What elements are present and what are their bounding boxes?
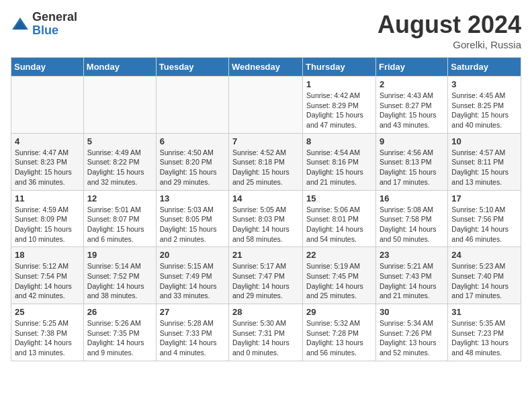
day-info: Sunrise: 5:01 AM Sunset: 8:07 PM Dayligh… — [87, 205, 152, 244]
day-number: 7 — [232, 136, 299, 146]
calendar-cell: 8Sunrise: 4:54 AM Sunset: 8:16 PM Daylig… — [303, 133, 376, 190]
day-number: 20 — [160, 250, 225, 260]
day-info: Sunrise: 4:52 AM Sunset: 8:18 PM Dayligh… — [232, 148, 299, 187]
day-number: 5 — [87, 136, 152, 146]
week-row-1: 1Sunrise: 4:42 AM Sunset: 8:29 PM Daylig… — [11, 77, 521, 134]
calendar-table: SundayMondayTuesdayWednesdayThursdayFrid… — [11, 57, 521, 361]
logo-blue-text: Blue — [32, 24, 77, 38]
weekday-header-friday: Friday — [375, 58, 447, 77]
day-number: 16 — [380, 193, 444, 203]
calendar-cell: 24Sunrise: 5:23 AM Sunset: 7:40 PM Dayli… — [448, 247, 521, 304]
weekday-header-saturday: Saturday — [448, 58, 521, 77]
calendar-cell: 9Sunrise: 4:56 AM Sunset: 8:13 PM Daylig… — [375, 133, 447, 190]
calendar-cell: 25Sunrise: 5:25 AM Sunset: 7:38 PM Dayli… — [11, 304, 84, 361]
location: Gorelki, Russia — [378, 39, 521, 50]
day-info: Sunrise: 4:54 AM Sunset: 8:16 PM Dayligh… — [306, 148, 372, 187]
day-info: Sunrise: 5:10 AM Sunset: 7:56 PM Dayligh… — [451, 205, 517, 244]
day-info: Sunrise: 4:57 AM Sunset: 8:11 PM Dayligh… — [451, 148, 517, 187]
calendar-cell: 19Sunrise: 5:14 AM Sunset: 7:52 PM Dayli… — [83, 247, 156, 304]
day-number: 15 — [306, 193, 372, 203]
logo-icon — [11, 15, 30, 34]
day-number: 30 — [380, 307, 444, 317]
calendar-cell — [11, 77, 84, 134]
calendar-cell — [83, 77, 156, 134]
week-row-3: 11Sunrise: 4:59 AM Sunset: 8:09 PM Dayli… — [11, 190, 521, 247]
day-number: 19 — [87, 250, 152, 260]
page-header: General Blue August 2024 Gorelki, Russia — [11, 11, 521, 50]
day-info: Sunrise: 4:56 AM Sunset: 8:13 PM Dayligh… — [380, 148, 444, 187]
day-info: Sunrise: 5:34 AM Sunset: 7:26 PM Dayligh… — [380, 318, 444, 358]
day-number: 24 — [451, 250, 517, 260]
day-number: 13 — [160, 193, 225, 203]
title-block: August 2024 Gorelki, Russia — [378, 11, 521, 50]
calendar-cell: 27Sunrise: 5:28 AM Sunset: 7:33 PM Dayli… — [156, 304, 228, 361]
day-number: 11 — [15, 193, 80, 203]
day-number: 18 — [15, 250, 80, 260]
day-number: 9 — [380, 136, 444, 146]
day-info: Sunrise: 4:47 AM Sunset: 8:23 PM Dayligh… — [15, 148, 80, 187]
calendar-cell: 26Sunrise: 5:26 AM Sunset: 7:35 PM Dayli… — [83, 304, 156, 361]
day-info: Sunrise: 5:35 AM Sunset: 7:23 PM Dayligh… — [451, 318, 517, 358]
calendar-cell: 18Sunrise: 5:12 AM Sunset: 7:54 PM Dayli… — [11, 247, 84, 304]
day-number: 10 — [451, 136, 517, 146]
calendar-cell: 29Sunrise: 5:32 AM Sunset: 7:28 PM Dayli… — [303, 304, 376, 361]
day-info: Sunrise: 5:26 AM Sunset: 7:35 PM Dayligh… — [87, 318, 152, 358]
day-number: 31 — [451, 307, 517, 317]
calendar-cell: 31Sunrise: 5:35 AM Sunset: 7:23 PM Dayli… — [448, 304, 521, 361]
day-info: Sunrise: 5:28 AM Sunset: 7:33 PM Dayligh… — [160, 318, 225, 358]
day-info: Sunrise: 5:05 AM Sunset: 8:03 PM Dayligh… — [232, 205, 299, 244]
day-number: 3 — [451, 79, 517, 89]
day-number: 21 — [232, 250, 299, 260]
calendar-cell — [156, 77, 228, 134]
calendar-cell: 3Sunrise: 4:45 AM Sunset: 8:25 PM Daylig… — [448, 77, 521, 134]
weekday-header-monday: Monday — [83, 58, 156, 77]
calendar-cell: 16Sunrise: 5:08 AM Sunset: 7:58 PM Dayli… — [375, 190, 447, 247]
week-row-5: 25Sunrise: 5:25 AM Sunset: 7:38 PM Dayli… — [11, 304, 521, 361]
day-info: Sunrise: 5:12 AM Sunset: 7:54 PM Dayligh… — [15, 261, 80, 301]
week-row-2: 4Sunrise: 4:47 AM Sunset: 8:23 PM Daylig… — [11, 133, 521, 190]
calendar-cell: 28Sunrise: 5:30 AM Sunset: 7:31 PM Dayli… — [229, 304, 303, 361]
day-number: 29 — [306, 307, 372, 317]
day-info: Sunrise: 5:25 AM Sunset: 7:38 PM Dayligh… — [15, 318, 80, 358]
day-number: 28 — [232, 307, 299, 317]
weekday-header-sunday: Sunday — [11, 58, 84, 77]
logo-general-text: General — [32, 11, 77, 24]
calendar-cell: 23Sunrise: 5:21 AM Sunset: 7:43 PM Dayli… — [375, 247, 447, 304]
day-number: 22 — [306, 250, 372, 260]
calendar-cell: 2Sunrise: 4:43 AM Sunset: 8:27 PM Daylig… — [375, 77, 447, 134]
calendar-cell: 17Sunrise: 5:10 AM Sunset: 7:56 PM Dayli… — [448, 190, 521, 247]
day-info: Sunrise: 5:06 AM Sunset: 8:01 PM Dayligh… — [306, 205, 372, 244]
day-number: 23 — [380, 250, 444, 260]
day-info: Sunrise: 5:30 AM Sunset: 7:31 PM Dayligh… — [232, 318, 299, 358]
day-info: Sunrise: 4:45 AM Sunset: 8:25 PM Dayligh… — [451, 91, 517, 130]
calendar-cell: 11Sunrise: 4:59 AM Sunset: 8:09 PM Dayli… — [11, 190, 84, 247]
calendar-cell: 13Sunrise: 5:03 AM Sunset: 8:05 PM Dayli… — [156, 190, 228, 247]
calendar-cell: 5Sunrise: 4:49 AM Sunset: 8:22 PM Daylig… — [83, 133, 156, 190]
calendar-cell: 1Sunrise: 4:42 AM Sunset: 8:29 PM Daylig… — [303, 77, 376, 134]
day-info: Sunrise: 5:15 AM Sunset: 7:49 PM Dayligh… — [160, 261, 225, 301]
day-number: 14 — [232, 193, 299, 203]
calendar-cell: 15Sunrise: 5:06 AM Sunset: 8:01 PM Dayli… — [303, 190, 376, 247]
day-number: 25 — [15, 307, 80, 317]
week-row-4: 18Sunrise: 5:12 AM Sunset: 7:54 PM Dayli… — [11, 247, 521, 304]
day-number: 12 — [87, 193, 152, 203]
day-number: 2 — [380, 79, 444, 89]
logo: General Blue — [11, 11, 77, 38]
day-number: 6 — [160, 136, 225, 146]
weekday-header-thursday: Thursday — [303, 58, 376, 77]
calendar-cell: 30Sunrise: 5:34 AM Sunset: 7:26 PM Dayli… — [375, 304, 447, 361]
calendar-cell: 21Sunrise: 5:17 AM Sunset: 7:47 PM Dayli… — [229, 247, 303, 304]
day-info: Sunrise: 5:14 AM Sunset: 7:52 PM Dayligh… — [87, 261, 152, 301]
calendar-cell: 10Sunrise: 4:57 AM Sunset: 8:11 PM Dayli… — [448, 133, 521, 190]
weekday-header-row: SundayMondayTuesdayWednesdayThursdayFrid… — [11, 58, 521, 77]
weekday-header-tuesday: Tuesday — [156, 58, 228, 77]
day-info: Sunrise: 4:59 AM Sunset: 8:09 PM Dayligh… — [15, 205, 80, 244]
calendar-cell — [229, 77, 303, 134]
day-info: Sunrise: 5:08 AM Sunset: 7:58 PM Dayligh… — [380, 205, 444, 244]
day-info: Sunrise: 5:23 AM Sunset: 7:40 PM Dayligh… — [451, 261, 517, 301]
day-number: 17 — [451, 193, 517, 203]
weekday-header-wednesday: Wednesday — [229, 58, 303, 77]
day-info: Sunrise: 5:03 AM Sunset: 8:05 PM Dayligh… — [160, 205, 225, 244]
calendar-cell: 6Sunrise: 4:50 AM Sunset: 8:20 PM Daylig… — [156, 133, 228, 190]
calendar-cell: 4Sunrise: 4:47 AM Sunset: 8:23 PM Daylig… — [11, 133, 84, 190]
